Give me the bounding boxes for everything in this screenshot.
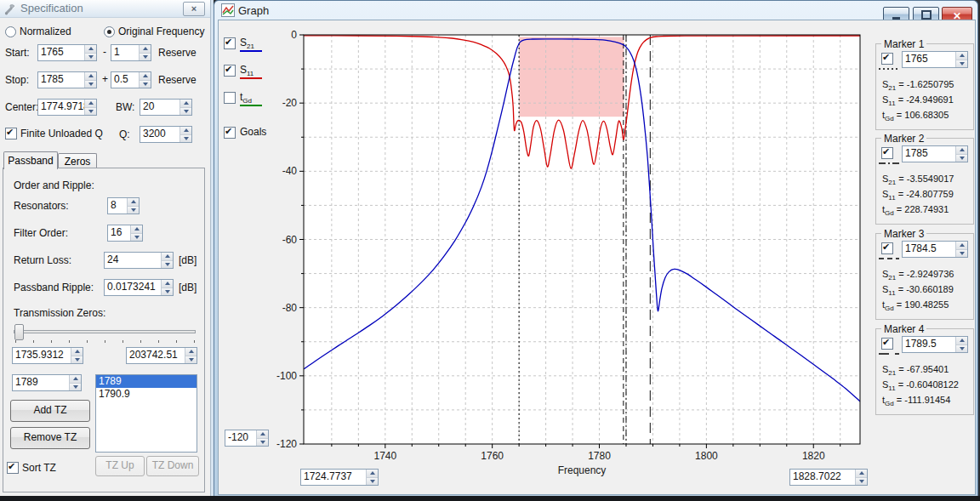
tz-listbox[interactable]: 17891790.9 — [95, 374, 197, 453]
tz-list-item[interactable]: 1790.9 — [96, 388, 197, 401]
return-loss-spinner[interactable]: 24 — [104, 252, 174, 269]
add-tz-button[interactable]: Add TZ — [10, 400, 90, 422]
graph-window: Graph ✕ 174017601780180018200-20-40-60-8… — [214, 0, 978, 497]
marker-value-row: S21 = -2.9249736 — [882, 266, 954, 282]
spin-up-icon[interactable] — [140, 45, 151, 54]
tz-value-spinner[interactable]: 1789 — [12, 374, 82, 391]
legend-checkbox[interactable] — [224, 127, 236, 139]
q-spinner[interactable]: 3200 — [140, 126, 192, 143]
marker-value-row: S21 = -3.5549017 — [882, 171, 954, 186]
spin-up-icon[interactable] — [128, 198, 139, 207]
spin-up-icon[interactable] — [85, 100, 96, 108]
marker-frequency-spinner[interactable]: 1784.5 — [902, 241, 968, 258]
spin-up-icon[interactable] — [367, 470, 378, 478]
legend-checkbox[interactable] — [224, 65, 236, 77]
spin-up-icon[interactable] — [856, 470, 867, 478]
x-max-spinner[interactable]: 1828.7022 — [789, 469, 868, 486]
tz-slider-track[interactable] — [14, 330, 196, 333]
legend-checkbox[interactable] — [224, 92, 236, 104]
marker-checkbox[interactable] — [881, 147, 893, 159]
spin-up-icon[interactable] — [257, 430, 268, 439]
stop-spinner[interactable]: 1785 — [37, 71, 97, 88]
spin-up-icon[interactable] — [180, 127, 191, 135]
sort-tz-label[interactable]: Sort TZ — [22, 462, 56, 474]
spin-up-icon[interactable] — [85, 45, 96, 54]
spin-down-icon[interactable] — [128, 207, 139, 214]
spin-up-icon[interactable] — [956, 337, 967, 345]
legend-label: S11 — [240, 64, 254, 77]
tz-up-button[interactable]: TZ Up — [95, 456, 145, 476]
spin-down-icon[interactable] — [85, 108, 96, 116]
y-min-spinner[interactable]: -120 — [225, 430, 269, 447]
radio-normalized[interactable] — [5, 26, 16, 37]
spin-down-icon[interactable] — [956, 250, 967, 258]
x-min-spinner[interactable]: 1724.7737 — [300, 469, 379, 486]
spin-down-icon[interactable] — [70, 384, 81, 391]
close-icon[interactable]: × — [183, 2, 205, 16]
filter-order-spinner[interactable]: 16 — [107, 225, 143, 242]
stop-tolerance-spinner[interactable]: 0.5 — [111, 71, 151, 88]
spin-up-icon[interactable] — [85, 72, 96, 81]
tz-down-button[interactable]: TZ Down — [146, 456, 199, 476]
tab-passband[interactable]: Passband — [3, 151, 58, 169]
spin-up-icon[interactable] — [162, 280, 173, 288]
spin-up-icon[interactable] — [70, 375, 81, 384]
marker-checkbox[interactable] — [881, 338, 893, 350]
bw-spinner[interactable]: 20 — [140, 99, 192, 116]
spin-down-icon[interactable] — [85, 54, 96, 61]
svg-text:1820: 1820 — [802, 450, 825, 462]
spin-down-icon[interactable] — [856, 478, 867, 486]
spin-up-icon[interactable] — [180, 100, 191, 108]
spin-down-icon[interactable] — [140, 54, 151, 61]
specification-titlebar[interactable]: Specification × — [0, 0, 210, 18]
spin-down-icon[interactable] — [185, 356, 197, 364]
spin-down-icon[interactable] — [257, 439, 268, 447]
tz-max-spinner[interactable]: 203742.51 — [126, 347, 197, 364]
spin-down-icon[interactable] — [140, 81, 151, 88]
filter-order-label: Filter Order: — [14, 227, 68, 239]
marker-frequency-spinner[interactable]: 1765 — [902, 51, 968, 68]
tz-list-item[interactable]: 1789 — [96, 375, 197, 388]
spin-down-icon[interactable] — [162, 261, 173, 269]
center-spinner[interactable]: 1774.9718 — [37, 99, 97, 116]
spin-down-icon[interactable] — [956, 155, 967, 162]
spin-up-icon[interactable] — [131, 225, 142, 234]
radio-normalized-label[interactable]: Normalized — [20, 26, 71, 37]
svg-text:-20: -20 — [282, 97, 298, 109]
radio-original-frequency[interactable] — [104, 26, 115, 37]
spin-up-icon[interactable] — [162, 253, 173, 261]
finite-unloaded-q-label[interactable]: Finite Unloaded Q — [20, 128, 103, 139]
marker-frequency-spinner[interactable]: 1785 — [902, 145, 968, 162]
start-tolerance-spinner[interactable]: 1 — [111, 44, 151, 61]
spin-up-icon[interactable] — [956, 242, 967, 250]
spin-down-icon[interactable] — [85, 81, 96, 88]
tz-min-spinner[interactable]: 1735.9312 — [12, 347, 83, 364]
spin-up-icon[interactable] — [140, 72, 151, 81]
spin-down-icon[interactable] — [71, 356, 83, 364]
radio-original-frequency-label[interactable]: Original Frequency — [118, 26, 204, 37]
spin-down-icon[interactable] — [162, 288, 173, 296]
spin-down-icon[interactable] — [180, 135, 191, 143]
spin-down-icon[interactable] — [367, 478, 378, 486]
remove-tz-button[interactable]: Remove TZ — [10, 427, 90, 449]
passband-ripple-spinner[interactable]: 0.0173241 — [104, 279, 174, 296]
spin-up-icon[interactable] — [71, 348, 83, 356]
legend-checkbox[interactable] — [224, 37, 236, 49]
legend-item: S11 — [224, 65, 283, 90]
marker-checkbox[interactable] — [881, 242, 893, 254]
spin-down-icon[interactable] — [956, 60, 967, 68]
spin-up-icon[interactable] — [956, 52, 967, 60]
s-parameter-plot: 174017601780180018200-20-40-60-80-100-12… — [219, 20, 975, 494]
marker-frequency-spinner[interactable]: 1789.5 — [902, 336, 968, 353]
finite-unloaded-q-checkbox[interactable] — [5, 128, 17, 139]
spin-up-icon[interactable] — [185, 348, 197, 356]
marker-checkbox[interactable] — [881, 53, 893, 65]
start-spinner[interactable]: 1765 — [37, 44, 97, 61]
tz-slider-thumb[interactable] — [14, 324, 24, 340]
spin-down-icon[interactable] — [956, 345, 967, 353]
sort-tz-checkbox[interactable] — [7, 462, 19, 474]
spin-up-icon[interactable] — [956, 146, 967, 155]
spin-down-icon[interactable] — [180, 108, 191, 116]
resonators-spinner[interactable]: 8 — [107, 197, 140, 214]
spin-down-icon[interactable] — [131, 234, 142, 242]
